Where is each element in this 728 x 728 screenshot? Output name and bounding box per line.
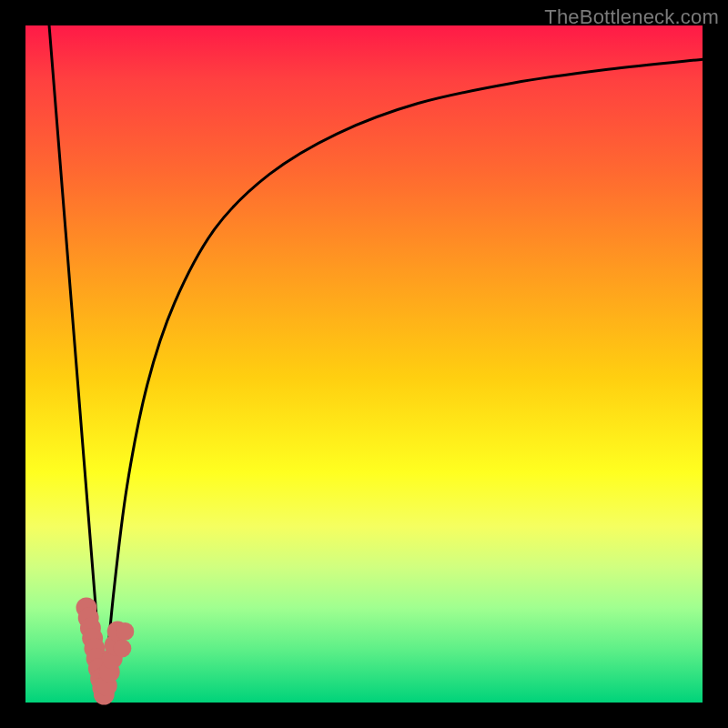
- curve-layer: [49, 25, 703, 703]
- curve-right: [104, 59, 703, 703]
- scatter-point: [116, 622, 134, 641]
- curve-left: [49, 25, 104, 703]
- scatter-layer: [76, 597, 135, 704]
- scatter-point: [113, 640, 131, 658]
- watermark-text: TheBottleneck.com: [544, 5, 719, 29]
- chart-svg: [25, 25, 703, 703]
- chart-frame: TheBottleneck.com: [0, 0, 728, 728]
- plot-area: [25, 25, 703, 703]
